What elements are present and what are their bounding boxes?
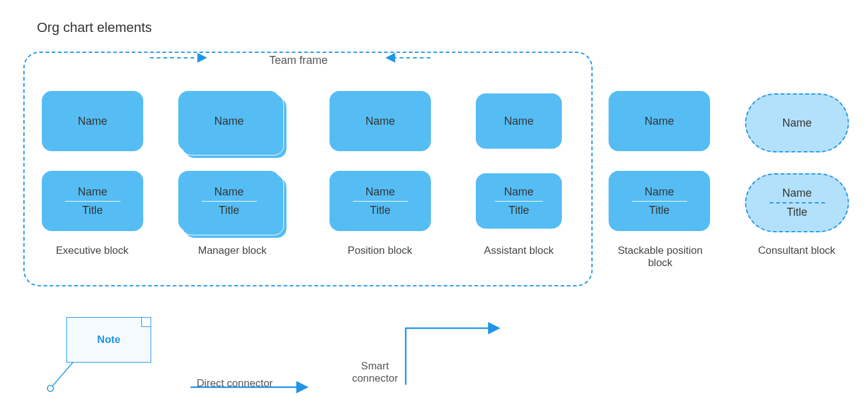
manager-block-stack-name[interactable]: Name (178, 91, 280, 151)
caption-stackable: Stackable position block (605, 245, 716, 269)
svg-point-3 (47, 385, 53, 391)
caption-consultant: Consultant block (741, 245, 852, 257)
name-label: Name (77, 186, 107, 199)
name-label: Name (782, 187, 811, 200)
assistant-block-name-title[interactable]: Name Title (476, 173, 562, 229)
title-label: Title (370, 204, 390, 217)
note-fold-icon (141, 318, 151, 327)
note-label: Note (97, 334, 120, 346)
title-label: Title (649, 204, 669, 217)
name-label: Name (504, 115, 534, 128)
caption-assistant: Assistant block (464, 245, 574, 257)
name-label: Name (644, 186, 674, 199)
stackable-block-name[interactable]: Name (609, 91, 710, 151)
position-block-name[interactable]: Name (329, 91, 431, 151)
note-shape[interactable]: Note (66, 317, 151, 363)
title-label: Title (82, 204, 103, 217)
name-label: Name (214, 115, 243, 128)
caption-position: Position block (325, 245, 435, 257)
manager-block-stack-name-title[interactable]: Name Title (178, 171, 280, 231)
title-label: Title (508, 204, 529, 217)
executive-block-name-title[interactable]: Name Title (42, 171, 143, 231)
name-label: Name (504, 186, 534, 199)
consultant-block-name-title[interactable]: Name Title (745, 173, 849, 232)
caption-manager: Manager block (177, 245, 288, 257)
executive-block-name[interactable]: Name (42, 91, 143, 151)
caption-executive: Executive block (37, 245, 148, 257)
name-label: Name (214, 186, 243, 199)
svg-line-2 (50, 361, 74, 388)
title-label: Title (787, 206, 807, 219)
name-label: Name (365, 186, 395, 199)
team-frame-label: Team frame (269, 54, 328, 67)
name-label: Name (365, 115, 395, 128)
page-title: Org chart elements (37, 20, 152, 36)
name-label: Name (644, 115, 674, 128)
name-label: Name (782, 117, 811, 130)
position-block-name-title[interactable]: Name Title (329, 171, 431, 231)
title-label: Title (219, 204, 239, 217)
smart-connector-label: Smart connector (344, 360, 406, 385)
assistant-block-name[interactable]: Name (476, 93, 562, 149)
consultant-block-name[interactable]: Name (745, 93, 849, 152)
direct-connector-label: Direct connector (197, 377, 273, 390)
stackable-block-name-title[interactable]: Name Title (609, 171, 710, 231)
name-label: Name (77, 115, 107, 128)
